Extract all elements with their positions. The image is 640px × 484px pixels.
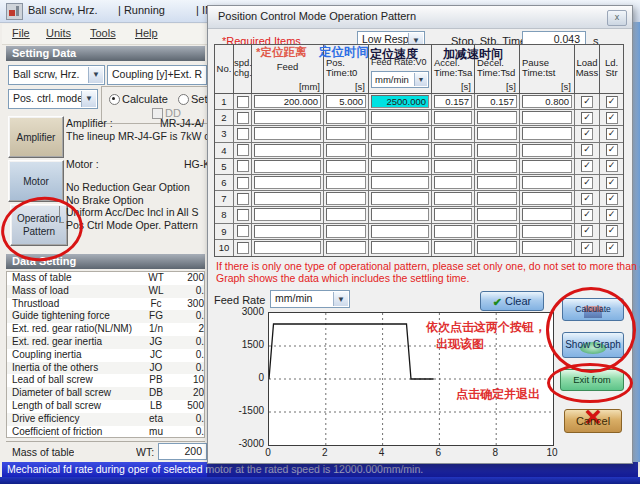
ld-str-checkbox[interactable]: ✓ [606,209,618,221]
close-icon[interactable]: x [607,10,627,26]
accel-time-input[interactable] [434,127,472,140]
feed-input[interactable] [254,208,321,221]
feed-rate-input[interactable] [371,208,429,221]
feed-rate-input[interactable] [371,176,429,189]
data-setting-row[interactable]: Drive efficiencyeta0. [7,413,204,426]
spd-chg-checkbox[interactable] [237,144,249,156]
decel-time-input[interactable] [477,241,517,254]
pause-time-input[interactable] [522,241,572,254]
data-setting-row[interactable]: Guide tightening forceFG0. [7,310,204,323]
chevron-down-icon[interactable]: ▼ [81,91,96,107]
ld-str-checkbox[interactable]: ✓ [606,242,618,254]
feed-input[interactable] [254,176,321,189]
ld-str-checkbox[interactable]: ✓ [606,144,618,156]
spd-chg-checkbox[interactable] [237,112,249,124]
feed-rate-input[interactable]: 2500.000 [371,95,429,108]
menu-tools[interactable]: Tools [90,27,116,39]
load-mass-checkbox[interactable]: ✓ [581,96,593,108]
feed-rate-input[interactable] [371,192,429,205]
accel-time-input[interactable]: 0.157 [434,95,472,108]
data-setting-row[interactable]: Inertia of the othersJO0. [7,362,204,375]
load-mass-checkbox[interactable]: ✓ [581,193,593,205]
load-mass-checkbox[interactable]: ✓ [581,242,593,254]
decel-time-input[interactable] [477,208,517,221]
ld-str-checkbox[interactable]: ✓ [606,96,618,108]
data-setting-row[interactable]: ThrustloadFc300 [7,298,204,311]
pause-time-input[interactable] [522,225,572,238]
ld-str-checkbox[interactable]: ✓ [606,128,618,140]
pause-time-input[interactable] [522,160,572,173]
spd-chg-checkbox[interactable] [237,96,249,108]
show-graph-button[interactable]: Show Graph [562,332,624,358]
menu-help[interactable]: Help [135,27,158,39]
coupling-select[interactable]: Coupling [y]+Ext. R [107,65,207,85]
pos-time-input[interactable] [326,144,366,157]
data-setting-row[interactable]: Mass of tableWT200 [7,272,204,285]
ld-str-checkbox[interactable]: ✓ [606,177,618,189]
pause-time-input[interactable] [522,208,572,221]
motor-button[interactable]: Motor [8,160,64,202]
pause-time-input[interactable]: 0.800 [522,95,572,108]
decel-time-input[interactable] [477,111,517,124]
spd-chg-checkbox[interactable] [237,242,249,254]
load-mass-checkbox[interactable]: ✓ [581,177,593,189]
feed-rate-unit-select[interactable]: mm/min▼ [371,71,429,88]
feed-rate-input[interactable] [371,111,429,124]
pos-time-input[interactable] [326,111,366,124]
feed-rate-input[interactable] [371,127,429,140]
pos-time-input[interactable] [326,208,366,221]
data-setting-row[interactable]: Ext. red. gear ratio(NL/NM)1/n2 [7,323,204,336]
footer-param-input[interactable]: 200 [158,443,207,460]
data-setting-row[interactable]: Ext. red. gear inertiaJG0. [7,336,204,349]
clear-button[interactable]: ✔ Clear [480,291,544,311]
decel-time-input[interactable] [477,160,517,173]
graph-unit-select[interactable]: mm/min▼ [270,290,350,308]
accel-time-input[interactable] [434,144,472,157]
decel-time-input[interactable]: 0.157 [477,95,517,108]
load-mass-checkbox[interactable]: ✓ [581,128,593,140]
decel-time-input[interactable] [477,192,517,205]
feed-input[interactable] [254,225,321,238]
ld-str-checkbox[interactable]: ✓ [606,225,618,237]
feed-input[interactable] [254,192,321,205]
feed-input[interactable] [254,160,321,173]
calculate-radio[interactable] [109,94,120,105]
chevron-down-icon[interactable]: ▼ [333,292,348,306]
pos-time-input[interactable] [326,225,366,238]
pos-time-input[interactable] [326,241,366,254]
feed-input[interactable] [254,127,321,140]
load-mass-checkbox[interactable]: ✓ [581,160,593,172]
accel-time-input[interactable] [434,176,472,189]
spd-chg-checkbox[interactable] [237,209,249,221]
spd-chg-checkbox[interactable] [237,177,249,189]
ld-str-checkbox[interactable]: ✓ [606,160,618,172]
spd-chg-checkbox[interactable] [237,225,249,237]
feed-rate-input[interactable] [371,225,429,238]
pause-time-input[interactable] [522,176,572,189]
cancel-button[interactable]: Cancel ✕ [564,409,622,433]
calculate-pattern-button[interactable]: Calculate pattern [562,298,624,321]
pos-time-input[interactable] [326,192,366,205]
menu-units[interactable]: Units [46,27,71,39]
set-radio[interactable] [178,94,189,105]
ld-str-checkbox[interactable]: ✓ [606,193,618,205]
data-setting-row[interactable]: Coupling inertiaJC0. [7,349,204,362]
accel-time-input[interactable] [434,208,472,221]
spd-chg-checkbox[interactable] [237,193,249,205]
load-mass-checkbox[interactable]: ✓ [581,112,593,124]
decel-time-input[interactable] [477,127,517,140]
pause-time-input[interactable] [522,192,572,205]
pause-time-input[interactable] [522,144,572,157]
accel-time-input[interactable] [434,225,472,238]
decel-time-input[interactable] [477,176,517,189]
mechanism-select[interactable]: Ball scrw, Hrz.▼ [8,65,105,85]
decel-time-input[interactable] [477,225,517,238]
load-mass-checkbox[interactable]: ✓ [581,225,593,237]
pause-time-input[interactable] [522,127,572,140]
data-setting-row[interactable]: Diameter of ball screwDB20 [7,387,204,400]
load-mass-checkbox[interactable]: ✓ [581,209,593,221]
accel-time-input[interactable] [434,241,472,254]
feed-input[interactable] [254,241,321,254]
menu-file[interactable]: File [12,27,30,39]
ld-str-checkbox[interactable]: ✓ [606,112,618,124]
